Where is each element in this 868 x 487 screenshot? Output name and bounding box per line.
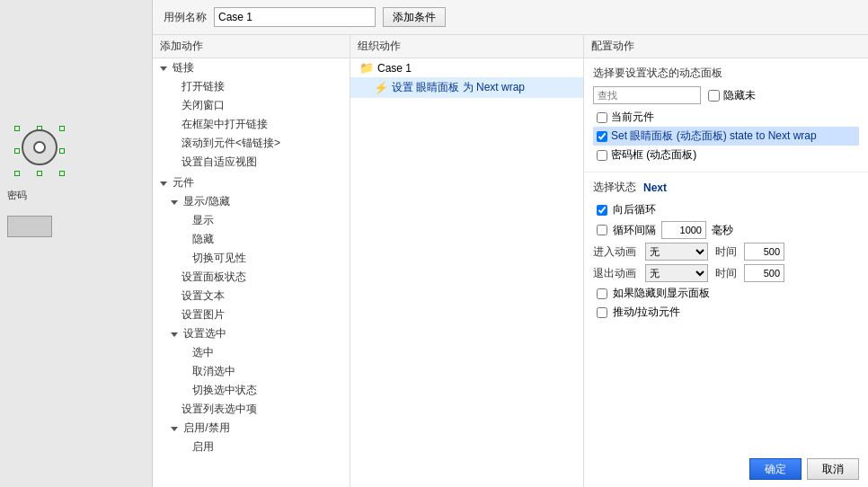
folder-icon: 📁 [359,61,374,75]
enter-anim-row: 进入动画 无 时间 [593,243,859,261]
handle-bl[interactable] [14,171,20,176]
checkbox-current-element-label: 当前元件 [611,110,654,125]
case-selected-action[interactable]: ⚡ 设置 眼睛面板 为 Next wrap [350,77,583,98]
state-value: Next [643,182,667,194]
case-name-label: 用例名称 [164,10,207,25]
search-input[interactable] [593,86,701,104]
option-show-if-hidden-checkbox[interactable] [597,288,607,299]
option-loop-forward: 向后循环 [593,202,859,217]
exit-anim-time-input[interactable] [744,264,784,282]
checkbox-current-element-input[interactable] [597,112,607,123]
tree-group-show-hide-label: 显示/隐藏 [183,195,229,208]
loop-interval-unit: 毫秒 [712,223,733,238]
exit-anim-select[interactable]: 无 [645,264,708,282]
panels: 添加动作 链接 打开链接 关闭窗口 在框架中打开链接 滚动到元件<锚链接> 设置… [153,35,868,487]
tree-item-set-list-item[interactable]: 设置列表选中项 [153,400,350,419]
handle-tr[interactable] [59,126,65,131]
triangle-link [160,66,167,71]
case-row[interactable]: 📁 Case 1 [350,58,583,77]
checkbox-current-element[interactable]: 当前元件 [593,108,859,127]
bottom-buttons: 确定 取消 [584,451,868,487]
confirm-button[interactable]: 确定 [749,458,802,480]
search-row: 隐藏未 [593,86,859,104]
handle-tl[interactable] [14,126,20,131]
state-row: 选择状态 Next [593,180,859,195]
tree-group-element[interactable]: 元件 [153,173,350,192]
option-loop-interval-checkbox[interactable] [597,225,607,235]
case-name-input[interactable] [214,7,376,27]
canvas-rect [7,216,52,237]
exit-anim-time-label: 时间 [715,266,737,281]
checkbox-eye-panel[interactable]: Set 眼睛面板 (动态面板) state to Next wrap [593,127,859,146]
option-loop-interval: 循环间隔 毫秒 [593,221,859,239]
tree-item-hide[interactable]: 隐藏 [153,230,350,249]
canvas-widget [18,126,63,171]
case-label: Case 1 [377,62,412,75]
hide-row: 隐藏未 [708,88,756,103]
tree-group-show-hide[interactable]: 显示/隐藏 [153,192,350,211]
tree-group-enable-disable[interactable]: 启用/禁用 [153,419,350,438]
option-show-if-hidden: 如果隐藏则显示面板 [593,286,859,301]
enter-anim-label: 进入动画 [593,244,638,260]
enter-anim-time-label: 时间 [715,244,737,260]
tree-item-open-link[interactable]: 打开链接 [153,77,350,96]
main-content: 用例名称 添加条件 添加动作 链接 打开链接 关闭窗口 在框架中打开链接 滚动到… [153,0,868,487]
option-loop-forward-checkbox[interactable] [597,205,607,216]
checkbox-password-box-input[interactable] [597,150,607,161]
top-bar: 用例名称 添加条件 [153,0,868,35]
enter-anim-time-input[interactable] [744,243,784,261]
hide-checkbox[interactable] [708,90,720,102]
option-push-pull: 推动/拉动元件 [593,305,859,320]
loop-interval-input[interactable] [661,221,706,239]
config-header: 配置动作 [584,35,868,58]
triangle-set-selected [171,332,178,337]
tree-item-close-window[interactable]: 关闭窗口 [153,96,350,115]
handle-bm[interactable] [37,171,42,176]
config-panel: 配置动作 选择要设置状态的动态面板 隐藏未 当前元件 [584,35,868,487]
tree-group-set-selected[interactable]: 设置选中 [153,324,350,343]
option-push-pull-checkbox[interactable] [597,307,607,318]
checkbox-eye-panel-input[interactable] [597,131,607,142]
tree-item-toggle-select[interactable]: 切换选中状态 [153,381,350,400]
checkbox-password-box-label: 密码框 (动态面板) [611,147,696,163]
tree-item-select[interactable]: 选中 [153,343,350,362]
tree-item-set-panel-state[interactable]: 设置面板状态 [153,268,350,287]
handle-br[interactable] [59,171,65,176]
tree-item-adaptive-view[interactable]: 设置自适应视图 [153,153,350,172]
option-push-pull-label: 推动/拉动元件 [613,305,680,320]
cancel-button[interactable]: 取消 [807,458,859,480]
tree-group-set-selected-label: 设置选中 [183,327,226,340]
config-state-section: 选择状态 Next 向后循环 循环间隔 毫秒 进入动画 [584,173,868,331]
option-show-if-hidden-label: 如果隐藏则显示面板 [613,286,710,301]
add-actions-panel: 添加动作 链接 打开链接 关闭窗口 在框架中打开链接 滚动到元件<锚链接> 设置… [153,35,350,487]
triangle-enable-disable [171,427,178,431]
hide-label: 隐藏未 [723,88,756,103]
exit-anim-label: 退出动画 [593,266,638,281]
tree-item-show[interactable]: 显示 [153,211,350,230]
tree-item-open-in-frame[interactable]: 在框架中打开链接 [153,115,350,134]
tree-item-set-text[interactable]: 设置文本 [153,287,350,305]
handle-ml[interactable] [14,148,20,154]
tree-item-scroll-to[interactable]: 滚动到元件<锚链接> [153,134,350,153]
tree-item-toggle-visible[interactable]: 切换可见性 [153,249,350,268]
tree-item-enable[interactable]: 启用 [153,438,350,456]
select-state-label: 选择状态 [593,180,636,195]
checkbox-password-box[interactable]: 密码框 (动态面板) [593,146,859,164]
handle-mr[interactable] [59,148,65,154]
option-loop-forward-label: 向后循环 [613,202,656,217]
tree-group-element-label: 元件 [173,176,194,189]
canvas-label: 密码 [7,189,27,202]
tree-group-link[interactable]: 链接 [153,58,350,77]
tree-item-set-image[interactable]: 设置图片 [153,305,350,324]
tree-group-enable-disable-label: 启用/禁用 [183,421,229,434]
circle-inner [33,141,46,154]
add-condition-button[interactable]: 添加条件 [383,7,446,27]
org-actions-header: 组织动作 [350,35,583,58]
tree-item-deselect[interactable]: 取消选中 [153,362,350,381]
checkbox-eye-panel-label: Set 眼睛面板 (动态面板) state to Next wrap [611,128,817,144]
add-actions-header: 添加动作 [153,35,350,58]
config-section-title: 选择要设置状态的动态面板 [593,66,859,81]
tree-group-link-label: 链接 [173,61,194,74]
enter-anim-select[interactable]: 无 [645,243,708,261]
triangle-element [160,182,167,186]
